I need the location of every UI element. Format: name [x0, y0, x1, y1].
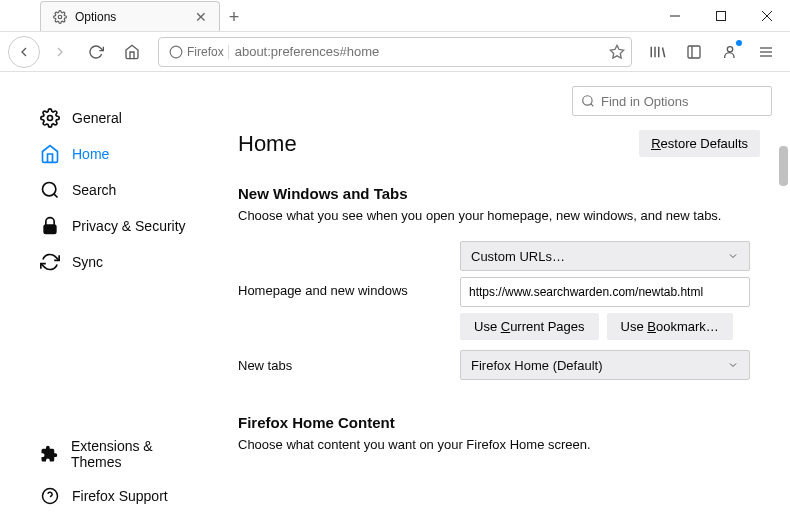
- restore-defaults-button[interactable]: Restore Defaults: [639, 130, 760, 157]
- sidebar-item-label: Search: [72, 182, 116, 198]
- sidebar-item-label: Sync: [72, 254, 103, 270]
- svg-point-18: [43, 183, 56, 196]
- search-icon: [40, 180, 60, 200]
- close-icon[interactable]: ✕: [195, 10, 207, 24]
- svg-line-24: [591, 104, 594, 107]
- section-desc: Choose what you see when you open your h…: [238, 208, 760, 223]
- svg-line-10: [663, 47, 665, 57]
- svg-point-17: [48, 116, 53, 121]
- sidebar-item-home[interactable]: Home: [30, 136, 210, 172]
- home-button[interactable]: [116, 36, 148, 68]
- gear-icon: [40, 108, 60, 128]
- use-current-button[interactable]: Use Current Pages: [460, 313, 599, 340]
- tab-options[interactable]: Options ✕: [40, 1, 220, 31]
- tab-strip: Options ✕ +: [0, 0, 248, 31]
- homepage-label: Homepage and new windows: [238, 283, 448, 298]
- section-title: Firefox Home Content: [238, 414, 760, 431]
- account-button[interactable]: [714, 36, 746, 68]
- minimize-button[interactable]: [652, 0, 698, 32]
- sidebar-item-label: Privacy & Security: [72, 218, 186, 234]
- use-bookmark-button[interactable]: Use Bookmark…: [607, 313, 733, 340]
- sidebar-toggle-button[interactable]: [678, 36, 710, 68]
- identity-label: Firefox: [187, 45, 224, 59]
- home-icon: [40, 144, 60, 164]
- chevron-down-icon: [727, 250, 739, 262]
- svg-line-19: [54, 194, 58, 198]
- svg-point-5: [170, 46, 182, 58]
- sidebar-item-general[interactable]: General: [30, 100, 210, 136]
- find-in-options[interactable]: Find in Options: [572, 86, 772, 116]
- sidebar-item-sync[interactable]: Sync: [30, 244, 210, 280]
- find-placeholder: Find in Options: [601, 94, 688, 109]
- forward-button[interactable]: [44, 36, 76, 68]
- back-button[interactable]: [8, 36, 40, 68]
- svg-point-23: [583, 96, 592, 105]
- sync-icon: [40, 252, 60, 272]
- chevron-down-icon: [727, 359, 739, 371]
- svg-rect-20: [44, 225, 56, 233]
- library-button[interactable]: [642, 36, 674, 68]
- homepage-buttons: Use Current Pages Use Bookmark…: [460, 313, 760, 340]
- maximize-button[interactable]: [698, 0, 744, 32]
- page-title: Home: [238, 131, 297, 157]
- new-tab-button[interactable]: +: [220, 3, 248, 31]
- svg-rect-2: [717, 12, 726, 21]
- sidebar-item-label: Extensions & Themes: [71, 438, 200, 470]
- reload-button[interactable]: [80, 36, 112, 68]
- nav-toolbar: Firefox: [0, 32, 790, 72]
- puzzle-icon: [40, 444, 59, 464]
- menu-button[interactable]: [750, 36, 782, 68]
- sidebar-item-label: General: [72, 110, 122, 126]
- homepage-url-input[interactable]: [460, 277, 750, 307]
- main-panel: Find in Options Home Restore Defaults Ne…: [220, 72, 790, 517]
- sidebar-item-privacy[interactable]: Privacy & Security: [30, 208, 210, 244]
- close-window-button[interactable]: [744, 0, 790, 32]
- sidebar-item-search[interactable]: Search: [30, 172, 210, 208]
- newtabs-label: New tabs: [238, 358, 448, 373]
- url-input[interactable]: [235, 44, 603, 59]
- svg-point-0: [58, 15, 62, 19]
- sidebar-item-support[interactable]: Firefox Support: [30, 478, 210, 514]
- section-header: Home Restore Defaults: [238, 130, 760, 157]
- newtabs-select[interactable]: Firefox Home (Default): [460, 350, 750, 380]
- svg-point-13: [727, 46, 732, 51]
- sidebar-item-label: Firefox Support: [72, 488, 168, 504]
- titlebar: Options ✕ +: [0, 0, 790, 32]
- window-controls: [652, 0, 790, 31]
- url-bar[interactable]: Firefox: [158, 37, 632, 67]
- sidebar-item-extensions[interactable]: Extensions & Themes: [30, 430, 210, 478]
- tab-title: Options: [75, 10, 116, 24]
- lock-icon: [40, 216, 60, 236]
- svg-rect-11: [688, 46, 700, 58]
- search-icon: [581, 94, 595, 108]
- section-title: New Windows and Tabs: [238, 185, 760, 202]
- content-area: General Home Search Privacy & Security S…: [0, 72, 790, 517]
- identity-box[interactable]: Firefox: [165, 45, 229, 59]
- gear-icon: [53, 10, 67, 24]
- sidebar-item-label: Home: [72, 146, 109, 162]
- select-value: Custom URLs…: [471, 249, 565, 264]
- section-desc: Choose what content you want on your Fir…: [238, 437, 760, 452]
- bookmark-star-icon[interactable]: [609, 44, 625, 60]
- sidebar: General Home Search Privacy & Security S…: [0, 72, 220, 517]
- homepage-row: Homepage and new windows Custom URLs… Us…: [238, 241, 760, 340]
- svg-marker-6: [610, 45, 623, 58]
- newtabs-row: New tabs Firefox Home (Default): [238, 350, 760, 380]
- homepage-select[interactable]: Custom URLs…: [460, 241, 750, 271]
- firefox-icon: [169, 45, 183, 59]
- select-value: Firefox Home (Default): [471, 358, 602, 373]
- help-icon: [40, 486, 60, 506]
- scrollbar-thumb[interactable]: [779, 146, 788, 186]
